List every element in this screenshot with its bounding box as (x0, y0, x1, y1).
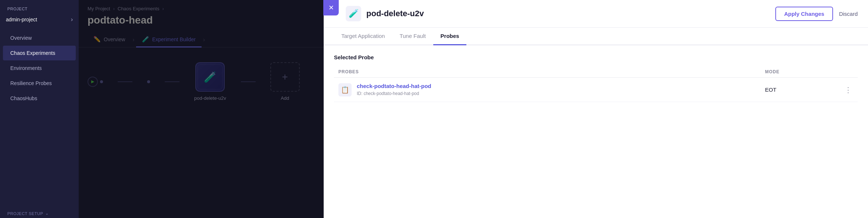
chevron-down-icon: ⌄ (45, 211, 49, 216)
table-row: 📋 check-podtato-head-hat-pod ID: check-p… (334, 78, 858, 102)
selected-probe-title: Selected Probe (334, 54, 858, 60)
modal-header: 🧪 pod-delete-u2v Apply Changes Discard (324, 0, 868, 28)
sidebar: Project admin-project › Overview Chaos E… (0, 0, 79, 218)
sidebar-item-chaoshubs[interactable]: ChaosHubs (3, 91, 76, 106)
close-icon: ✕ (328, 4, 334, 12)
tab-target-application[interactable]: Target Application (334, 28, 392, 45)
project-selector[interactable]: admin-project › (0, 13, 79, 26)
main-content: My Project › Chaos Experiments › podtato… (79, 0, 868, 218)
modal-title: pod-delete-u2v (366, 9, 424, 18)
modal-body: Selected Probe PROBES MODE 📋 check-podta… (324, 45, 868, 218)
header-probes: PROBES (338, 69, 765, 74)
probe-id: ID: check-podtato-head-hat-pod (357, 91, 419, 96)
sidebar-item-chaos-experiments[interactable]: Chaos Experiments (3, 46, 76, 60)
project-label: Project (0, 0, 79, 13)
modal-panel: ✕ 🧪 pod-delete-u2v Apply Changes Discard… (324, 0, 868, 218)
apply-changes-button[interactable]: Apply Changes (775, 7, 833, 21)
modal-title-area: 🧪 pod-delete-u2v (346, 6, 424, 21)
chaos-icon: 🧪 (349, 9, 359, 18)
close-button[interactable]: ✕ (323, 0, 339, 15)
probe-name[interactable]: check-podtato-head-hat-pod (357, 83, 431, 89)
probes-table: PROBES MODE 📋 check-podtato-head-hat-pod… (334, 66, 858, 102)
probe-menu-button[interactable]: ⋮ (839, 85, 853, 94)
tab-probes[interactable]: Probes (433, 28, 467, 45)
sidebar-nav: Overview Chaos Experiments Environments … (0, 30, 79, 204)
project-name: admin-project (6, 17, 37, 22)
sidebar-item-resilience-probes[interactable]: Resilience Probes (3, 76, 76, 91)
tab-tune-fault[interactable]: Tune Fault (392, 28, 433, 45)
probe-info: 📋 check-podtato-head-hat-pod ID: check-p… (338, 83, 765, 96)
probes-table-header: PROBES MODE (334, 66, 858, 78)
probe-details: check-podtato-head-hat-pod ID: check-pod… (357, 83, 431, 96)
probe-icon-glyph: 📋 (341, 86, 349, 94)
modal-actions: Apply Changes Discard (775, 7, 858, 21)
project-setup-label: PROJECT SETUP ⌄ (0, 204, 79, 218)
sidebar-item-environments[interactable]: Environments (3, 61, 76, 75)
modal-icon: 🧪 (346, 6, 361, 21)
modal-tabs: Target Application Tune Fault Probes (324, 28, 868, 45)
discard-button[interactable]: Discard (839, 11, 858, 17)
probe-mode: EOT (765, 87, 839, 93)
sidebar-item-overview[interactable]: Overview (3, 31, 76, 45)
probe-icon: 📋 (338, 83, 352, 96)
project-chevron-icon: › (71, 16, 73, 23)
header-actions (839, 69, 853, 74)
header-mode: MODE (765, 69, 839, 74)
